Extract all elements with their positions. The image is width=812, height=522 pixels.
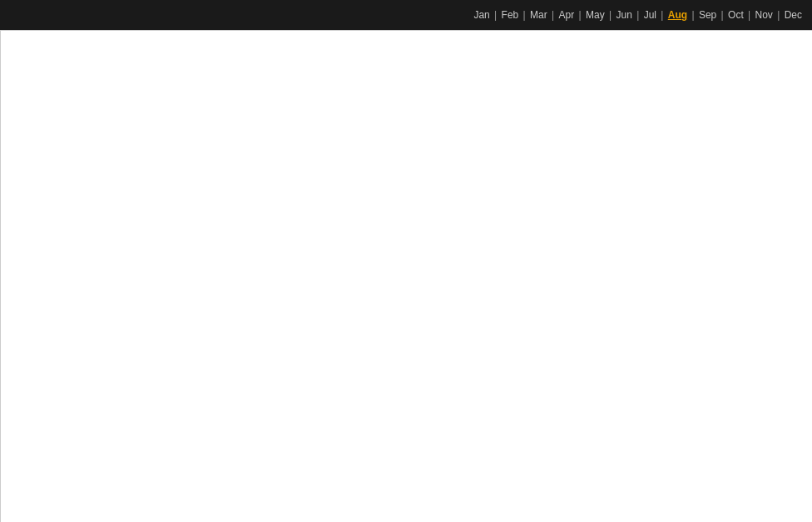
month-nav-item-sep[interactable]: Sep (699, 9, 716, 21)
month-nav-item-jan[interactable]: Jan (473, 9, 489, 21)
month-nav-item-oct[interactable]: Oct (728, 9, 744, 21)
month-nav-item-aug[interactable]: Aug (668, 9, 687, 21)
month-nav-item-nov[interactable]: Nov (755, 9, 773, 21)
month-nav-item-apr[interactable]: Apr (559, 9, 575, 21)
month-nav-item-may[interactable]: May (586, 9, 605, 21)
month-nav-item-mar[interactable]: Mar (530, 9, 547, 21)
month-nav-item-jul[interactable]: Jul (644, 9, 656, 21)
header: Jan | Feb | Mar | Apr | May | Jun | Jul … (0, 0, 812, 30)
app: Jan | Feb | Mar | Apr | May | Jun | Jul … (0, 0, 812, 522)
month-nav-item-jun[interactable]: Jun (616, 9, 631, 21)
month-nav-item-dec[interactable]: Dec (785, 9, 802, 21)
month-nav-item-feb[interactable]: Feb (502, 9, 519, 21)
calendar (0, 30, 812, 522)
month-nav: Jan | Feb | Mar | Apr | May | Jun | Jul … (472, 9, 804, 21)
